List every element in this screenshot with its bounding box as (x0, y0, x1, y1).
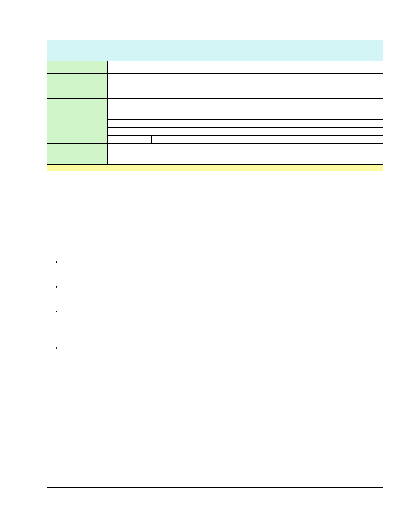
row-value (108, 144, 383, 156)
row-value (108, 74, 383, 86)
table-row (47, 86, 383, 98)
table-row (47, 156, 383, 164)
subrow-value (156, 128, 383, 135)
table-subrow (108, 119, 383, 128)
highlight-band (47, 164, 383, 171)
row-label (47, 99, 108, 111)
row-value (108, 86, 383, 98)
table-title-band (47, 40, 383, 61)
row-label (47, 144, 108, 156)
table-subrow (108, 127, 383, 135)
group-subrows (108, 111, 383, 135)
highlight-text (47, 165, 383, 171)
table-row (47, 73, 383, 86)
row-label (47, 61, 108, 73)
row-label (47, 74, 108, 86)
row-value (152, 136, 383, 143)
row-label (47, 136, 108, 143)
table-split-row (47, 135, 383, 143)
row-value (108, 61, 383, 73)
row-value (108, 99, 383, 111)
table-row (47, 98, 383, 111)
group-label (47, 111, 108, 136)
row-label (47, 156, 108, 164)
row-label (47, 86, 108, 98)
subrow-label (108, 120, 156, 128)
table-row (47, 143, 383, 156)
footer-rule (47, 487, 383, 488)
body-panel (47, 171, 383, 395)
table-title (47, 40, 383, 61)
subrow-label (108, 111, 156, 119)
subrow-label (108, 136, 152, 143)
table-group (47, 111, 383, 135)
subrow-label (108, 128, 156, 135)
row-value (108, 156, 383, 164)
form-table (47, 40, 383, 395)
subrow-value (156, 111, 383, 119)
page (0, 0, 411, 532)
table-subrow (108, 111, 383, 119)
subrow-value (156, 120, 383, 128)
table-row (47, 61, 383, 73)
